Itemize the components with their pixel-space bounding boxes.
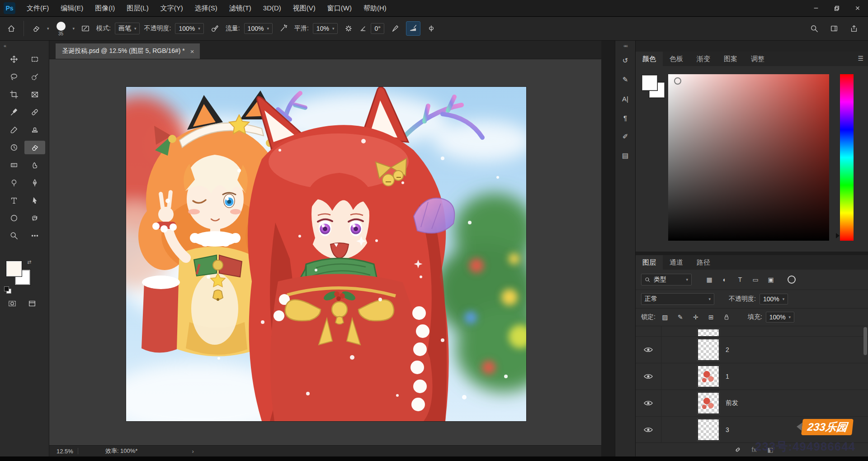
- tab-gradients[interactable]: 渐变: [690, 52, 717, 66]
- hue-slider-handle[interactable]: [836, 233, 840, 238]
- menu-window[interactable]: 窗口(W): [321, 0, 358, 16]
- workspace-switcher-button[interactable]: [827, 22, 841, 35]
- history-panel-icon[interactable]: ↺: [618, 54, 633, 67]
- healing-brush-tool-button[interactable]: [24, 105, 45, 119]
- foreground-color-swatch[interactable]: [6, 261, 22, 276]
- zoom-tool-button[interactable]: [4, 229, 24, 242]
- layers-scrollbar[interactable]: [863, 327, 867, 439]
- lock-position-icon[interactable]: ✛: [690, 312, 702, 322]
- tab-close-icon[interactable]: ×: [190, 48, 194, 55]
- filter-type-layers-icon[interactable]: T: [734, 275, 746, 285]
- status-options-chevron[interactable]: ›: [192, 448, 193, 455]
- lock-all-icon[interactable]: [721, 312, 732, 322]
- screen-mode-button[interactable]: [26, 298, 38, 309]
- saturation-brightness-field[interactable]: [668, 74, 829, 241]
- layer-row[interactable]: 前发: [636, 390, 868, 417]
- pen-tool-button[interactable]: [24, 176, 45, 190]
- tab-swatches[interactable]: 色板: [663, 52, 690, 66]
- panel-menu-icon[interactable]: ☰: [858, 55, 863, 62]
- quick-selection-tool-button[interactable]: [24, 70, 45, 84]
- visibility-cell[interactable]: [636, 326, 661, 336]
- menu-3d[interactable]: 3D(D): [257, 0, 287, 16]
- hue-slider[interactable]: [840, 74, 854, 241]
- menu-layer[interactable]: 图层(L): [121, 0, 154, 16]
- link-layers-icon[interactable]: [733, 445, 742, 455]
- gradient-tool-button[interactable]: [4, 158, 24, 172]
- toolbar-collapse-icon[interactable]: «: [4, 43, 5, 48]
- filter-smart-objects-icon[interactable]: ▣: [765, 275, 777, 285]
- pressure-size-toggle[interactable]: [406, 21, 420, 36]
- crop-tool-button[interactable]: [4, 88, 24, 101]
- brush-tool-button[interactable]: [4, 123, 24, 137]
- layer-name[interactable]: 2: [726, 346, 729, 353]
- brush-settings-panel-toggle[interactable]: [79, 22, 92, 35]
- tab-paths[interactable]: 路径: [690, 255, 717, 270]
- history-brush-tool-button[interactable]: [4, 141, 24, 154]
- chevron-down-icon[interactable]: ▾: [47, 26, 49, 31]
- menu-select[interactable]: 选择(S): [189, 0, 223, 16]
- menu-edit[interactable]: 编辑(E): [55, 0, 89, 16]
- visibility-toggle[interactable]: [636, 337, 661, 363]
- efficiency-indicator[interactable]: 效率: 100%*: [105, 447, 138, 455]
- smoothing-options-button[interactable]: [342, 22, 355, 35]
- smoothing-dropdown[interactable]: 10%▾: [313, 23, 338, 34]
- dodge-tool-button[interactable]: [4, 176, 24, 190]
- tab-patterns[interactable]: 图案: [717, 52, 744, 66]
- home-button[interactable]: [5, 22, 18, 35]
- restore-button[interactable]: [826, 0, 847, 16]
- hand-tool-button[interactable]: [24, 211, 45, 225]
- filter-adjustment-layers-icon[interactable]: ◐: [719, 275, 731, 285]
- share-button[interactable]: [847, 22, 861, 35]
- type-tool-button[interactable]: [4, 194, 24, 207]
- mode-dropdown[interactable]: 画笔▾: [115, 23, 140, 34]
- eyedropper-tool-button[interactable]: [4, 105, 24, 119]
- lock-image-pixels-icon[interactable]: ✎: [675, 312, 686, 322]
- tab-color[interactable]: 颜色: [636, 52, 663, 66]
- menu-view[interactable]: 视图(V): [287, 0, 321, 16]
- menu-image[interactable]: 图像(I): [89, 0, 121, 16]
- visibility-toggle[interactable]: [636, 417, 661, 442]
- layer-thumbnail[interactable]: [698, 329, 719, 337]
- pressure-opacity-toggle[interactable]: [208, 22, 222, 35]
- search-button[interactable]: [807, 22, 821, 35]
- quick-mask-button[interactable]: [6, 298, 18, 309]
- paint-symmetry-toggle[interactable]: [425, 22, 438, 35]
- layer-name[interactable]: 前发: [726, 399, 738, 407]
- flow-dropdown[interactable]: 100%▾: [244, 23, 273, 34]
- layer-filter-dropdown[interactable]: 类型 ▾: [641, 274, 692, 285]
- lasso-tool-button[interactable]: [4, 70, 24, 84]
- color-field-cursor[interactable]: [674, 77, 681, 85]
- menu-filter[interactable]: 滤镜(T): [223, 0, 257, 16]
- layer-name[interactable]: 1: [726, 373, 729, 380]
- document-tab[interactable]: 圣诞投稿.psd @ 12.5% (图层 5, RGB/16#) * ×: [56, 43, 200, 59]
- swap-colors-icon[interactable]: ⇄: [27, 259, 31, 265]
- frame-tool-button[interactable]: [24, 88, 45, 101]
- eraser-tool-button[interactable]: [24, 141, 45, 154]
- menu-help[interactable]: 帮助(H): [358, 0, 392, 16]
- visibility-toggle[interactable]: [636, 390, 661, 416]
- default-colors-icon[interactable]: [4, 286, 11, 294]
- menu-type[interactable]: 文字(Y): [155, 0, 189, 16]
- erase-to-history-toggle[interactable]: [388, 22, 402, 35]
- paragraph-panel-icon[interactable]: ¶: [618, 111, 633, 124]
- filter-shape-layers-icon[interactable]: ▭: [750, 275, 761, 285]
- layer-opacity-dropdown[interactable]: 100% ▾: [760, 294, 788, 304]
- brushes-panel-icon[interactable]: ✐: [618, 130, 633, 143]
- brush-settings-panel-icon[interactable]: ✎: [618, 73, 633, 86]
- lock-transparent-pixels-icon[interactable]: ▨: [659, 312, 671, 322]
- layer-thumbnail[interactable]: [698, 366, 719, 387]
- tab-layers[interactable]: 图层: [636, 255, 663, 270]
- layer-comps-panel-icon[interactable]: ▤: [618, 149, 633, 162]
- brush-preset-picker[interactable]: 35: [53, 22, 69, 36]
- tab-channels[interactable]: 通道: [663, 255, 690, 270]
- path-selection-tool-button[interactable]: [24, 194, 45, 207]
- close-button[interactable]: [847, 0, 868, 16]
- visibility-toggle[interactable]: [636, 363, 661, 390]
- layer-name[interactable]: 3: [726, 426, 729, 433]
- shape-tool-button[interactable]: [4, 211, 24, 225]
- opacity-dropdown[interactable]: 100%▾: [175, 23, 203, 34]
- clone-stamp-tool-button[interactable]: [24, 123, 45, 137]
- current-tool-preset[interactable]: [29, 22, 43, 35]
- expand-panels-icon[interactable]: ««: [623, 43, 627, 48]
- layer-row[interactable]: 2: [636, 337, 868, 363]
